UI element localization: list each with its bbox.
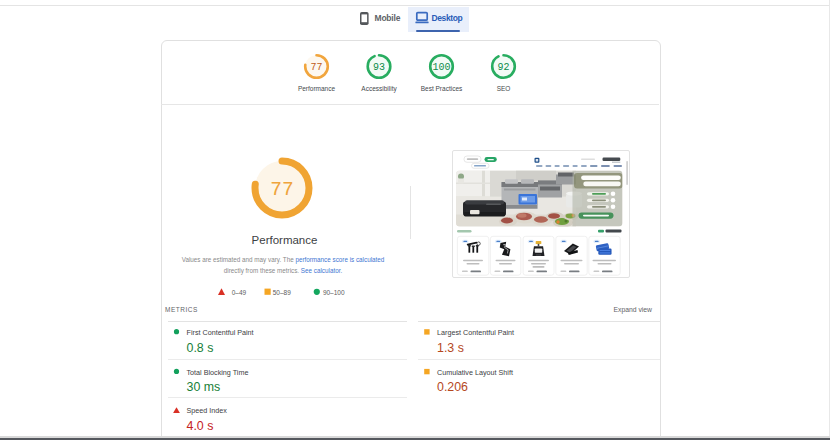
svg-text:92: 92 <box>497 62 509 73</box>
svg-text:77: 77 <box>270 179 293 201</box>
svg-text:90–100: 90–100 <box>323 289 345 296</box>
svg-text:100: 100 <box>432 62 450 73</box>
svg-text:50–89: 50–89 <box>273 289 291 296</box>
svg-text:93: 93 <box>373 62 385 73</box>
svg-text:0–49: 0–49 <box>232 289 247 296</box>
svg-text:77: 77 <box>310 62 322 73</box>
